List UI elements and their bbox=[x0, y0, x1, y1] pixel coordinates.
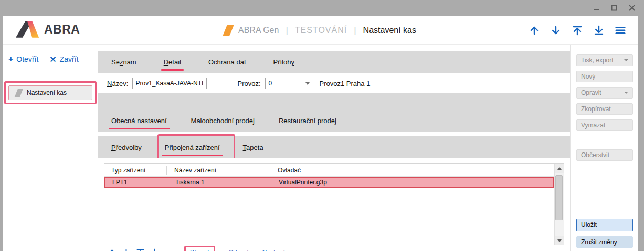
refresh-label: Občerstvit bbox=[581, 151, 609, 159]
delete-button[interactable]: Vymazat bbox=[576, 119, 633, 131]
name-label: Název: bbox=[107, 80, 128, 88]
tab-prilohy[interactable]: Přílohy bbox=[273, 58, 294, 66]
refresh-button[interactable]: Občerstvit bbox=[576, 149, 633, 161]
slash-icon bbox=[223, 25, 234, 36]
copy-label: Zkopírovat bbox=[581, 105, 611, 113]
logo-text: ABRA bbox=[44, 23, 80, 37]
devices-table: Typ zařízení Název zařízení Ovladač LPT1… bbox=[104, 163, 564, 245]
cancel-changes-label: Zrušit změny bbox=[581, 238, 617, 246]
table-row[interactable]: LPT1 Tiskárna 1 VirtualPrinter.g3p bbox=[104, 177, 554, 188]
window-controls bbox=[592, 0, 637, 16]
move-to-top-icon[interactable] bbox=[572, 25, 583, 36]
column-header-typ-zarizeni[interactable]: Typ zařízení bbox=[104, 166, 167, 175]
tab-restauracni-prodej[interactable]: Restaurační prodej bbox=[279, 117, 336, 125]
print-export-label: Tisk, export bbox=[581, 57, 614, 64]
operation-description: Provoz1 Praha 1 bbox=[320, 80, 371, 88]
chevron-down-icon bbox=[624, 59, 628, 61]
tab-ochrana-dat[interactable]: Ochrana dat bbox=[208, 58, 246, 66]
move-to-bottom-icon[interactable] bbox=[150, 248, 159, 251]
save-label: Uložit bbox=[581, 221, 597, 228]
tab-obecna-nastaveni[interactable]: Obecná nastavení bbox=[111, 117, 167, 125]
operation-dropdown[interactable]: 0 bbox=[265, 78, 313, 89]
disconnect-link[interactable]: Odpojit bbox=[229, 249, 249, 251]
vertical-scrollbar[interactable] bbox=[554, 164, 564, 245]
open-button-label: Otevřít bbox=[16, 55, 38, 63]
close-button-label: Zavřít bbox=[60, 55, 79, 63]
annotation-box-nastaveni-kas: Nastavení kas bbox=[4, 81, 97, 104]
move-to-top-icon[interactable] bbox=[135, 248, 145, 251]
main-panel: Seznam Detail Ochrana dat Přílohy Název:… bbox=[98, 45, 570, 251]
delete-label: Vymazat bbox=[581, 122, 605, 129]
cell-device-name: Tiskárna 1 bbox=[168, 179, 271, 186]
minimize-icon[interactable] bbox=[592, 3, 601, 13]
tab-predvolby[interactable]: Předvolby bbox=[111, 144, 142, 151]
header-title-group: ABRA Gen | TESTOVÁNÍ | Nastavení kas bbox=[225, 16, 416, 45]
menu-icon[interactable] bbox=[615, 25, 626, 36]
cancel-changes-button[interactable]: Zrušit změny bbox=[576, 236, 633, 248]
save-button[interactable]: Uložit bbox=[576, 219, 633, 231]
abra-logo-icon bbox=[16, 21, 40, 38]
page-title: Nastavení kas bbox=[363, 26, 416, 35]
document-toolbar: + Otevřít ✕ Zavřít bbox=[3, 53, 98, 66]
title-separator: | bbox=[286, 25, 288, 36]
window-title-bar bbox=[0, 0, 644, 16]
x-icon: ✕ bbox=[49, 54, 56, 64]
environment-name: TESTOVÁNÍ bbox=[295, 26, 347, 35]
close-icon[interactable] bbox=[627, 3, 637, 13]
device-links: Připojit Odpojit Nastavit bbox=[184, 246, 285, 251]
sidebar-item-nastaveni-kas[interactable]: Nastavení kas bbox=[8, 85, 92, 100]
right-panel: Tisk, export Nový Opravit Zkopírovat Vym… bbox=[570, 45, 638, 251]
app-header: ABRA ABRA Gen | TESTOVÁNÍ | Nastavení ka… bbox=[3, 16, 638, 45]
spacer bbox=[98, 45, 570, 51]
name-input[interactable] bbox=[132, 78, 207, 89]
section-tabbar: Obecná nastavení Maloobchodní prodej Res… bbox=[98, 109, 570, 132]
cell-device-driver: VirtualPrinter.g3p bbox=[271, 179, 553, 186]
open-button[interactable]: + Otevřít bbox=[3, 54, 44, 64]
tab-tapeta[interactable]: Tapeta bbox=[243, 144, 263, 151]
close-button[interactable]: ✕ Zavřít bbox=[44, 54, 83, 64]
app-name: ABRA Gen bbox=[238, 26, 279, 35]
scrollbar-track[interactable] bbox=[555, 173, 564, 236]
tab-pripojena-zarizeni[interactable]: Připojená zařízení bbox=[165, 144, 220, 151]
operation-label: Provoz: bbox=[237, 80, 260, 88]
new-button[interactable]: Nový bbox=[576, 71, 633, 82]
cell-device-type: LPT1 bbox=[105, 179, 168, 186]
header-icons bbox=[529, 16, 626, 45]
move-up-icon[interactable] bbox=[107, 248, 117, 251]
annotation-box-pripojit: Připojit bbox=[184, 246, 215, 251]
chevron-down-icon bbox=[305, 82, 310, 85]
devices-grid: Typ zařízení Název zařízení Ovladač LPT1… bbox=[104, 164, 554, 245]
table-header-row: Typ zařízení Název zařízení Ovladač bbox=[104, 164, 554, 177]
copy-button[interactable]: Zkopírovat bbox=[576, 103, 633, 115]
edit-label: Opravit bbox=[581, 89, 601, 96]
scroll-down-icon[interactable] bbox=[555, 236, 564, 245]
tab-seznam[interactable]: Seznam bbox=[111, 58, 136, 66]
reorder-icons bbox=[104, 248, 159, 251]
setup-link[interactable]: Nastavit bbox=[262, 249, 285, 251]
scroll-up-icon[interactable] bbox=[555, 164, 564, 173]
abra-logo: ABRA bbox=[16, 21, 80, 38]
document-slash-icon bbox=[15, 89, 23, 97]
detail-form-row: Název: Provoz: 0 Provoz1 Praha 1 bbox=[98, 73, 570, 93]
app-window: ABRA ABRA Gen | TESTOVÁNÍ | Nastavení ka… bbox=[3, 16, 638, 251]
move-up-icon[interactable] bbox=[529, 25, 540, 36]
edit-button[interactable]: Opravit bbox=[576, 87, 633, 99]
chevron-down-icon bbox=[624, 92, 628, 94]
operation-value: 0 bbox=[269, 80, 272, 87]
tab-maloobchodni-prodej[interactable]: Maloobchodní prodej bbox=[191, 117, 255, 125]
connect-link[interactable]: Připojit bbox=[190, 249, 209, 251]
spacer bbox=[98, 132, 570, 136]
move-down-icon[interactable] bbox=[550, 25, 562, 36]
main-tabbar: Seznam Detail Ochrana dat Přílohy bbox=[98, 51, 570, 73]
maximize-icon[interactable] bbox=[609, 3, 619, 13]
sidebar-item-label: Nastavení kas bbox=[27, 89, 67, 96]
column-header-ovladac[interactable]: Ovladač bbox=[270, 166, 554, 175]
move-to-bottom-icon[interactable] bbox=[593, 25, 605, 36]
device-tabbar: Předvolby Připojená zařízení Tapeta bbox=[98, 136, 570, 158]
tab-detail[interactable]: Detail bbox=[164, 58, 181, 66]
scrollbar-thumb[interactable] bbox=[555, 175, 563, 220]
left-panel: + Otevřít ✕ Zavřít Nastavení kas bbox=[3, 45, 98, 251]
print-export-button[interactable]: Tisk, export bbox=[576, 54, 633, 66]
column-header-nazev-zarizeni[interactable]: Název zařízení bbox=[167, 166, 270, 175]
move-down-icon[interactable] bbox=[121, 248, 131, 251]
